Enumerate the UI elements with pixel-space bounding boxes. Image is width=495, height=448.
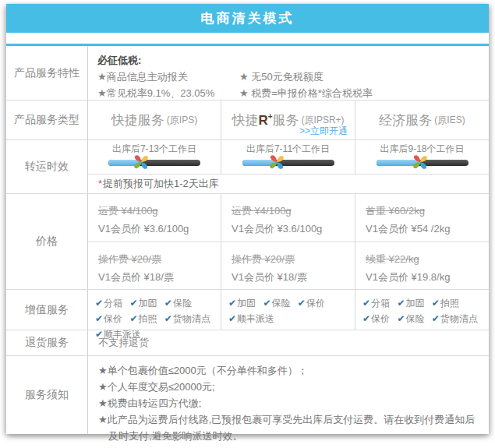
- features-right-column: ★ 无50元免税额度 ★ 税费=申报价格*综合税税率: [239, 69, 373, 101]
- clearance-card: 电商清关模式 产品服务特性 必征低税: ★商品信息主动报关 ★常见税率9.1%、…: [6, 4, 489, 434]
- vas-item: ✔顺丰派送: [228, 311, 274, 326]
- row-label-vas: 增值服务: [6, 290, 88, 330]
- activate-now-link[interactable]: >>立即开通: [299, 125, 348, 138]
- price-vip: V1会员价 ¥3.6/100g: [98, 220, 221, 238]
- vas-item: ✔拍照: [432, 295, 459, 311]
- service-alias: (原IES): [434, 114, 465, 127]
- vas-item: ✔加固: [129, 295, 157, 311]
- page-title: 电商清关模式: [201, 9, 295, 27]
- vas-item: ✔保险: [397, 311, 424, 326]
- note-item: ★个人年度交易≤20000元;: [98, 379, 478, 395]
- card-header: 电商清关模式: [6, 4, 489, 33]
- check-icon: ✔: [362, 298, 370, 309]
- price-cell: 运费 ¥4/100g V1会员价 ¥3.6/100g: [221, 194, 355, 242]
- vas-item: ✔保险: [263, 295, 290, 311]
- check-icon: ✔: [362, 313, 370, 324]
- check-icon: ✔: [432, 298, 440, 309]
- vas-cell-ips: ✔分箱 ✔加固 ✔保险 ✔保价 ✔拍照 ✔货物清点 ✔顺丰派送: [88, 290, 221, 330]
- note-item: ★此产品为运费后付线路,已预报包裹可享受先出库后支付运费。请在收到付费通知后及时…: [98, 411, 478, 444]
- slider-track: [108, 160, 200, 166]
- service-type-ipsr: 快捷 R+ 服务 (原IPSR+) >>立即开通: [221, 101, 355, 139]
- vas-item: ✔货物清点: [164, 311, 210, 326]
- vas-cell-ipsr: ✔加固 ✔保险 ✔保价 ✔顺丰派送: [221, 290, 355, 330]
- check-icon: ✔: [263, 298, 270, 309]
- slider-track: [242, 160, 334, 166]
- price-original: 运费 ¥4/100g: [232, 202, 355, 220]
- transit-note: *提前预报可加快1-2天出库: [88, 175, 489, 193]
- feature-item: ★ 税费=申报价格*综合税税率: [239, 85, 373, 101]
- row-label-types: 产品服务类型: [6, 101, 88, 139]
- row-service-notes: 服务须知 ★单个包裹价值≤2000元（不分单件和多件）； ★个人年度交易≤200…: [6, 356, 489, 434]
- note-item: ★单个包裹价值≤2000元（不分单件和多件）；: [98, 362, 478, 379]
- feature-item: ★商品信息主动报关: [97, 69, 239, 85]
- note-item: ★税费由转运四方代缴;: [98, 395, 478, 411]
- row-service-types: 产品服务类型 快捷服务 (原IPS) 快捷 R+ 服务 (原IPSR+) >>立…: [6, 101, 489, 140]
- price-cell: 首重 ¥60/2kg V1会员价 ¥54 /2kg: [355, 194, 489, 242]
- page: 电商清关模式 产品服务特性 必征低税: ★商品信息主动报关 ★常见税率9.1%、…: [0, 0, 495, 448]
- vas-item: ✔拍照: [129, 311, 157, 326]
- service-name: 经济服务: [379, 111, 432, 129]
- transit-cell-ips: 出库后7-13个工作日: [88, 140, 221, 174]
- row-label-notes: 服务须知: [6, 356, 88, 434]
- price-original: 首重 ¥60/2kg: [366, 202, 489, 220]
- service-type-ies: 经济服务 (原IES): [355, 101, 489, 139]
- vas-item: ✔保险: [164, 295, 192, 311]
- feature-item: ★ 无50元免税额度: [239, 69, 373, 85]
- check-icon: ✔: [397, 313, 405, 324]
- service-name: 快捷服务: [111, 111, 164, 129]
- check-icon: ✔: [298, 298, 306, 309]
- row-value-added-services: 增值服务 ✔分箱 ✔加固 ✔保险 ✔保价 ✔拍照 ✔货物清点 ✔顺丰派送 ✔加固…: [6, 290, 489, 330]
- price-vip: V1会员价 ¥19.8/kg: [366, 268, 489, 286]
- row-price: 价格 运费 ¥4/100g V1会员价 ¥3.6/100g 运费 ¥4/100g…: [6, 194, 489, 290]
- transit-slider: [108, 160, 200, 166]
- features-content: 必征低税: ★商品信息主动报关 ★常见税率9.1%、23.05% ★ 无50元免…: [88, 46, 489, 100]
- service-name: 快捷: [232, 111, 258, 129]
- row-transit-time: 转运时效 出库后7-13个工作日: [6, 140, 489, 194]
- check-icon: ✔: [95, 298, 103, 309]
- row-label-price: 价格: [6, 194, 88, 289]
- check-icon: ✔: [164, 313, 172, 324]
- r-plus-badge: R+: [258, 112, 272, 129]
- price-vip: V1会员价 ¥18/票: [232, 268, 355, 286]
- price-original: 操作费 ¥20/票: [232, 250, 355, 268]
- price-original: 运费 ¥4/100g: [98, 202, 221, 220]
- row-label-features: 产品服务特性: [6, 46, 88, 100]
- check-icon: ✔: [397, 298, 405, 309]
- check-icon: ✔: [95, 313, 103, 324]
- price-vip: V1会员价 ¥18/票: [98, 268, 221, 286]
- transit-slider: [377, 160, 468, 166]
- row-returns: 退货服务 不支持退货: [6, 330, 489, 356]
- row-label-returns: 退货服务: [6, 330, 88, 355]
- check-icon: ✔: [228, 298, 236, 309]
- pinwheel-icon: [411, 153, 430, 171]
- check-icon: ✔: [164, 298, 172, 309]
- transit-cell-ipsr: 出库后7-11个工作日: [221, 140, 355, 174]
- vas-item: ✔保价: [362, 311, 390, 326]
- price-original: 操作费 ¥20/票: [98, 250, 221, 268]
- pinwheel-icon: [267, 153, 286, 171]
- vas-item: ✔保价: [95, 311, 122, 326]
- comparison-table: 产品服务特性 必征低税: ★商品信息主动报关 ★常见税率9.1%、23.05% …: [6, 44, 489, 434]
- check-icon: ✔: [228, 313, 236, 324]
- transit-caption: 出库后7-13个工作日: [112, 143, 196, 154]
- row-features: 产品服务特性 必征低税: ★商品信息主动报关 ★常见税率9.1%、23.05% …: [6, 46, 489, 101]
- check-icon: ✔: [129, 298, 137, 309]
- price-vip: V1会员价 ¥3.6/100g: [232, 220, 355, 238]
- price-original: 续重 ¥22/kg: [366, 250, 489, 268]
- asterisk-icon: *: [98, 178, 102, 189]
- pinwheel-icon: [132, 153, 150, 171]
- vas-item: ✔货物清点: [432, 311, 478, 326]
- vas-cell-ies: ✔分箱 ✔加固 ✔拍照 ✔保价 ✔保险 ✔货物清点: [355, 290, 489, 330]
- check-icon: ✔: [432, 313, 440, 324]
- vas-item: ✔分箱: [362, 295, 390, 311]
- vas-item: ✔保价: [298, 295, 325, 311]
- price-cell: 运费 ¥4/100g V1会员价 ¥3.6/100g: [88, 194, 221, 242]
- service-name: 服务: [273, 111, 299, 129]
- service-type-ips: 快捷服务 (原IPS): [88, 101, 221, 139]
- price-vip: V1会员价 ¥54 /2kg: [366, 220, 489, 238]
- price-cell: 续重 ¥22/kg V1会员价 ¥19.8/kg: [355, 242, 489, 289]
- transit-caption: 出库后7-11个工作日: [246, 143, 330, 154]
- returns-content: 不支持退货: [88, 330, 489, 355]
- price-cell: 操作费 ¥20/票 V1会员价 ¥18/票: [88, 242, 221, 289]
- check-icon: ✔: [129, 313, 137, 324]
